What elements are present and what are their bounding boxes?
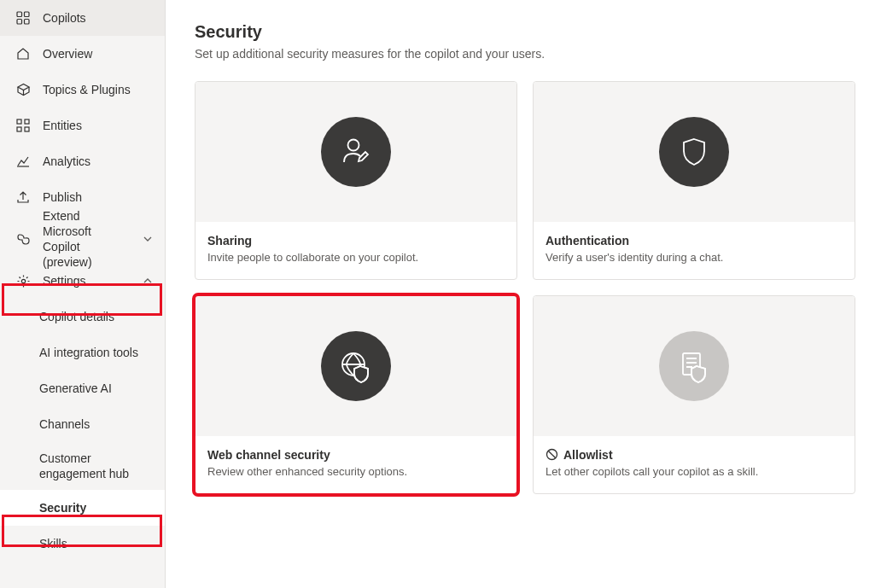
card-body: Web channel security Review other enhanc… bbox=[195, 436, 516, 493]
card-body: Sharing Invite people to collaborate on … bbox=[195, 222, 516, 279]
globe-shield-icon bbox=[321, 331, 391, 401]
sidebar-label: Topics & Plugins bbox=[43, 82, 153, 97]
card-grid: Sharing Invite people to collaborate on … bbox=[195, 81, 855, 494]
card-sharing[interactable]: Sharing Invite people to collaborate on … bbox=[195, 81, 517, 280]
sidebar-label: Copilot details bbox=[39, 309, 153, 324]
sidebar-label: Generative AI bbox=[39, 381, 153, 396]
chevron-down-icon bbox=[143, 234, 153, 244]
sidebar-item-entities[interactable]: Entities bbox=[0, 108, 165, 143]
sidebar-item-overview[interactable]: Overview bbox=[0, 36, 165, 72]
page-title: Security bbox=[195, 22, 855, 42]
sidebar-sub-copilot-details[interactable]: Copilot details bbox=[0, 299, 165, 335]
sidebar-item-extend[interactable]: Extend Microsoft Copilot (preview) bbox=[0, 215, 165, 263]
topics-icon bbox=[15, 82, 31, 97]
sidebar-label: Extend Microsoft Copilot (preview) bbox=[43, 208, 131, 271]
card-title: Allowlist bbox=[546, 448, 843, 462]
card-hero bbox=[534, 296, 855, 436]
sidebar-item-analytics[interactable]: Analytics bbox=[0, 143, 165, 179]
card-desc: Invite people to collaborate on your cop… bbox=[207, 251, 505, 265]
chevron-up-icon bbox=[143, 276, 153, 286]
sidebar-item-settings[interactable]: Settings bbox=[0, 263, 165, 299]
card-body: Allowlist Let other copilots call your c… bbox=[534, 436, 855, 493]
card-web-channel-security[interactable]: Web channel security Review other enhanc… bbox=[195, 295, 517, 494]
copilot-icon bbox=[15, 231, 31, 247]
page-subtitle: Set up additional security measures for … bbox=[195, 47, 855, 61]
card-title: Web channel security bbox=[207, 448, 505, 462]
sidebar-sub-generative-ai[interactable]: Generative AI bbox=[0, 370, 165, 406]
sidebar-sub-ai-integration[interactable]: AI integration tools bbox=[0, 335, 165, 370]
sidebar-sub-customer-hub[interactable]: Customer engagement hub bbox=[0, 442, 165, 490]
card-hero bbox=[534, 82, 855, 222]
svg-rect-6 bbox=[17, 127, 21, 131]
sidebar-label: Security bbox=[39, 500, 153, 515]
card-allowlist[interactable]: Allowlist Let other copilots call your c… bbox=[533, 295, 855, 494]
sidebar-label: Channels bbox=[39, 416, 153, 432]
card-hero bbox=[195, 82, 516, 222]
card-title-text: Allowlist bbox=[563, 448, 613, 462]
sidebar-label: AI integration tools bbox=[39, 345, 153, 360]
sidebar-label-copilots: Copilots bbox=[43, 10, 153, 26]
main-content: Security Set up additional security meas… bbox=[166, 0, 881, 588]
sidebar-sub-security[interactable]: Security bbox=[0, 490, 165, 526]
sidebar-label: Overview bbox=[43, 46, 153, 61]
svg-rect-5 bbox=[25, 119, 29, 124]
publish-icon bbox=[15, 189, 31, 205]
sidebar-label: Entities bbox=[43, 118, 153, 133]
card-desc: Let other copilots call your copilot as … bbox=[546, 465, 843, 480]
sidebar-sub-channels[interactable]: Channels bbox=[0, 406, 165, 442]
gear-icon bbox=[15, 273, 31, 288]
svg-rect-7 bbox=[25, 127, 29, 131]
card-hero bbox=[195, 296, 516, 436]
sidebar: Copilots Overview Topics & Plugins Entit… bbox=[0, 0, 166, 588]
block-icon bbox=[546, 448, 558, 461]
apps-icon bbox=[15, 10, 31, 26]
shield-icon bbox=[659, 117, 729, 187]
svg-point-8 bbox=[21, 279, 25, 282]
sidebar-label: Customer engagement hub bbox=[39, 451, 153, 481]
analytics-icon bbox=[15, 154, 31, 169]
card-title: Authentication bbox=[546, 234, 843, 247]
sharing-icon bbox=[321, 117, 391, 187]
svg-rect-1 bbox=[25, 12, 30, 17]
card-desc: Verify a user's identity during a chat. bbox=[546, 251, 843, 265]
entities-icon bbox=[15, 118, 31, 133]
svg-rect-2 bbox=[17, 20, 22, 25]
card-desc: Review other enhanced security options. bbox=[207, 465, 505, 480]
home-icon bbox=[15, 46, 31, 61]
svg-rect-0 bbox=[17, 12, 22, 17]
sidebar-label: Settings bbox=[43, 273, 131, 288]
svg-rect-3 bbox=[25, 20, 30, 25]
svg-point-9 bbox=[348, 140, 359, 151]
card-body: Authentication Verify a user's identity … bbox=[534, 222, 855, 279]
allowlist-icon bbox=[659, 331, 729, 401]
sidebar-sub-skills[interactable]: Skills bbox=[0, 526, 165, 562]
sidebar-label: Analytics bbox=[43, 154, 153, 169]
sidebar-label: Publish bbox=[43, 189, 153, 205]
sidebar-label: Skills bbox=[39, 536, 153, 551]
sidebar-item-copilots[interactable]: Copilots bbox=[0, 0, 165, 36]
svg-rect-4 bbox=[17, 119, 21, 124]
card-authentication[interactable]: Authentication Verify a user's identity … bbox=[533, 81, 855, 280]
sidebar-item-topics[interactable]: Topics & Plugins bbox=[0, 72, 165, 108]
card-title: Sharing bbox=[207, 234, 505, 247]
